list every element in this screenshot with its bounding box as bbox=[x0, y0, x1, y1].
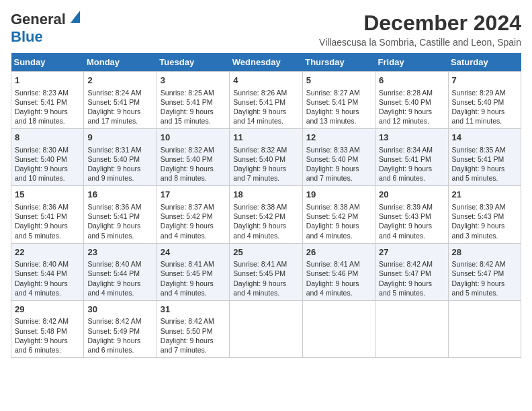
sunrise-text: Sunrise: 8:32 AM bbox=[161, 145, 226, 154]
week-row-2: 8Sunrise: 8:30 AMSunset: 5:40 PMDaylight… bbox=[11, 129, 521, 186]
header-wednesday: Wednesday bbox=[230, 53, 302, 72]
day-number: 4 bbox=[233, 75, 298, 87]
calendar-cell: 12Sunrise: 8:33 AMSunset: 5:40 PMDayligh… bbox=[302, 129, 375, 186]
header-monday: Monday bbox=[84, 53, 157, 72]
daylight-text: Daylight: 9 hours and 4 minutes. bbox=[233, 221, 298, 240]
day-number: 17 bbox=[161, 189, 226, 201]
calendar-cell: 11Sunrise: 8:32 AMSunset: 5:40 PMDayligh… bbox=[230, 129, 302, 186]
calendar-cell: 30Sunrise: 8:42 AMSunset: 5:49 PMDayligh… bbox=[84, 300, 157, 357]
sunset-text: Sunset: 5:41 PM bbox=[379, 154, 444, 164]
calendar-table: SundayMondayTuesdayWednesdayThursdayFrid… bbox=[11, 53, 521, 358]
daylight-text: Daylight: 9 hours and 5 minutes. bbox=[379, 279, 444, 298]
logo: General Blue bbox=[11, 11, 80, 46]
sunset-text: Sunset: 5:41 PM bbox=[161, 97, 226, 107]
calendar-cell: 19Sunrise: 8:38 AMSunset: 5:42 PMDayligh… bbox=[302, 186, 375, 243]
sunrise-text: Sunrise: 8:28 AM bbox=[379, 88, 444, 97]
sunset-text: Sunset: 5:42 PM bbox=[161, 212, 226, 221]
calendar-cell: 2Sunrise: 8:24 AMSunset: 5:41 PMDaylight… bbox=[84, 72, 157, 129]
day-number: 15 bbox=[15, 189, 80, 201]
sunset-text: Sunset: 5:44 PM bbox=[15, 269, 80, 278]
header-row: SundayMondayTuesdayWednesdayThursdayFrid… bbox=[11, 53, 521, 72]
daylight-text: Daylight: 9 hours and 9 minutes. bbox=[87, 164, 152, 183]
sunset-text: Sunset: 5:41 PM bbox=[87, 212, 152, 221]
sunset-text: Sunset: 5:41 PM bbox=[87, 97, 152, 107]
calendar-cell: 24Sunrise: 8:41 AMSunset: 5:45 PMDayligh… bbox=[157, 243, 229, 300]
header-tuesday: Tuesday bbox=[157, 53, 229, 72]
week-row-5: 29Sunrise: 8:42 AMSunset: 5:48 PMDayligh… bbox=[11, 300, 521, 357]
month-title: December 2024 bbox=[319, 11, 521, 36]
calendar-cell: 7Sunrise: 8:29 AMSunset: 5:40 PMDaylight… bbox=[448, 72, 521, 129]
day-number: 14 bbox=[452, 132, 517, 144]
calendar-cell bbox=[448, 300, 521, 357]
sunrise-text: Sunrise: 8:42 AM bbox=[87, 316, 152, 326]
daylight-text: Daylight: 9 hours and 4 minutes. bbox=[161, 279, 226, 298]
calendar-cell: 3Sunrise: 8:25 AMSunset: 5:41 PMDaylight… bbox=[157, 72, 229, 129]
calendar-cell: 31Sunrise: 8:42 AMSunset: 5:50 PMDayligh… bbox=[157, 300, 229, 357]
sunset-text: Sunset: 5:44 PM bbox=[87, 269, 152, 278]
sunrise-text: Sunrise: 8:40 AM bbox=[15, 259, 80, 269]
sunset-text: Sunset: 5:41 PM bbox=[306, 97, 371, 107]
sunrise-text: Sunrise: 8:38 AM bbox=[233, 202, 298, 212]
daylight-text: Daylight: 9 hours and 6 minutes. bbox=[15, 336, 80, 355]
daylight-text: Daylight: 9 hours and 6 minutes. bbox=[379, 164, 444, 183]
sunset-text: Sunset: 5:43 PM bbox=[379, 212, 444, 221]
calendar-cell: 23Sunrise: 8:40 AMSunset: 5:44 PMDayligh… bbox=[84, 243, 157, 300]
daylight-text: Daylight: 9 hours and 3 minutes. bbox=[452, 221, 517, 240]
calendar-cell: 27Sunrise: 8:42 AMSunset: 5:47 PMDayligh… bbox=[375, 243, 448, 300]
week-row-3: 15Sunrise: 8:36 AMSunset: 5:41 PMDayligh… bbox=[11, 186, 521, 243]
daylight-text: Daylight: 9 hours and 8 minutes. bbox=[161, 164, 226, 183]
week-row-1: 1Sunrise: 8:23 AMSunset: 5:41 PMDaylight… bbox=[11, 72, 521, 129]
day-number: 1 bbox=[15, 75, 80, 87]
week-row-4: 22Sunrise: 8:40 AMSunset: 5:44 PMDayligh… bbox=[11, 243, 521, 300]
sunset-text: Sunset: 5:50 PM bbox=[161, 326, 226, 336]
day-number: 18 bbox=[233, 189, 298, 201]
calendar-cell: 9Sunrise: 8:31 AMSunset: 5:40 PMDaylight… bbox=[84, 129, 157, 186]
sunset-text: Sunset: 5:41 PM bbox=[233, 97, 298, 107]
sunrise-text: Sunrise: 8:38 AM bbox=[306, 202, 371, 212]
daylight-text: Daylight: 9 hours and 5 minutes. bbox=[87, 221, 152, 240]
sunrise-text: Sunrise: 8:32 AM bbox=[233, 145, 298, 154]
sunrise-text: Sunrise: 8:42 AM bbox=[161, 316, 226, 326]
calendar-cell: 16Sunrise: 8:36 AMSunset: 5:41 PMDayligh… bbox=[84, 186, 157, 243]
daylight-text: Daylight: 9 hours and 7 minutes. bbox=[306, 164, 371, 183]
day-number: 10 bbox=[161, 132, 226, 144]
daylight-text: Daylight: 9 hours and 5 minutes. bbox=[452, 164, 517, 183]
sunrise-text: Sunrise: 8:42 AM bbox=[452, 259, 517, 269]
daylight-text: Daylight: 9 hours and 4 minutes. bbox=[306, 221, 371, 240]
sunset-text: Sunset: 5:40 PM bbox=[161, 154, 226, 164]
calendar-cell: 8Sunrise: 8:30 AMSunset: 5:40 PMDaylight… bbox=[11, 129, 84, 186]
title-area: December 2024 Villaescusa la Sombria, Ca… bbox=[319, 11, 521, 48]
header-friday: Friday bbox=[375, 53, 448, 72]
calendar-cell: 26Sunrise: 8:41 AMSunset: 5:46 PMDayligh… bbox=[302, 243, 375, 300]
day-number: 16 bbox=[87, 189, 152, 201]
day-number: 24 bbox=[161, 246, 226, 259]
day-number: 31 bbox=[161, 304, 226, 316]
sunrise-text: Sunrise: 8:31 AM bbox=[87, 145, 152, 154]
daylight-text: Daylight: 9 hours and 18 minutes. bbox=[15, 107, 80, 126]
daylight-text: Daylight: 9 hours and 4 minutes. bbox=[379, 221, 444, 240]
header-saturday: Saturday bbox=[448, 53, 521, 72]
day-number: 3 bbox=[161, 75, 226, 87]
sunrise-text: Sunrise: 8:33 AM bbox=[306, 145, 371, 154]
sunrise-text: Sunrise: 8:42 AM bbox=[379, 259, 444, 269]
day-number: 23 bbox=[87, 246, 152, 259]
calendar-cell: 10Sunrise: 8:32 AMSunset: 5:40 PMDayligh… bbox=[157, 129, 229, 186]
sunrise-text: Sunrise: 8:36 AM bbox=[87, 202, 152, 212]
daylight-text: Daylight: 9 hours and 15 minutes. bbox=[161, 107, 226, 126]
sunrise-text: Sunrise: 8:39 AM bbox=[452, 202, 517, 212]
sunset-text: Sunset: 5:47 PM bbox=[379, 269, 444, 278]
daylight-text: Daylight: 9 hours and 4 minutes. bbox=[161, 221, 226, 240]
sunrise-text: Sunrise: 8:41 AM bbox=[161, 259, 226, 269]
sunrise-text: Sunrise: 8:37 AM bbox=[161, 202, 226, 212]
day-number: 12 bbox=[306, 132, 371, 144]
page-header: General Blue December 2024 Villaescusa l… bbox=[11, 11, 521, 48]
sunrise-text: Sunrise: 8:25 AM bbox=[161, 88, 226, 97]
day-number: 30 bbox=[87, 304, 152, 316]
calendar-cell: 14Sunrise: 8:35 AMSunset: 5:41 PMDayligh… bbox=[448, 129, 521, 186]
day-number: 19 bbox=[306, 189, 371, 201]
day-number: 9 bbox=[87, 132, 152, 144]
day-number: 20 bbox=[379, 189, 444, 201]
sunrise-text: Sunrise: 8:23 AM bbox=[15, 88, 80, 97]
sunset-text: Sunset: 5:40 PM bbox=[379, 97, 444, 107]
sunset-text: Sunset: 5:47 PM bbox=[452, 269, 517, 278]
